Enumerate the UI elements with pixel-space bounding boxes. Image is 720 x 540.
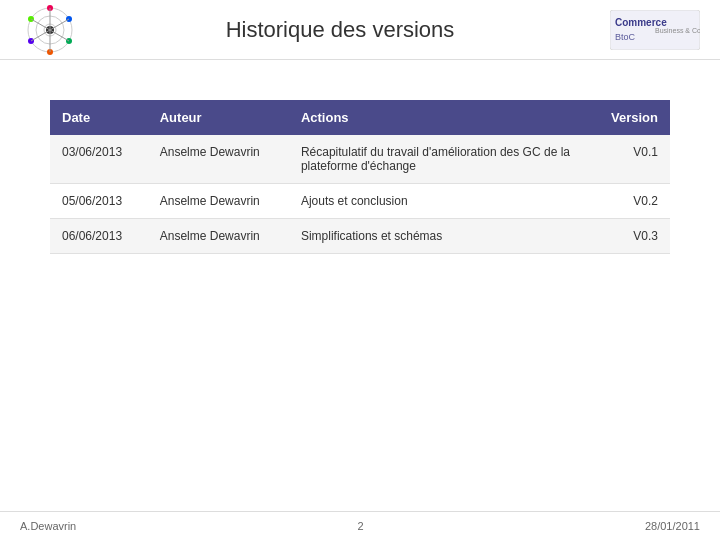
col-header-version: Version (593, 100, 670, 135)
cell-auteur: Anselme Dewavrin (148, 184, 289, 219)
page-title: Historique des versions (80, 17, 600, 43)
col-header-actions: Actions (289, 100, 593, 135)
cell-actions: Simplifications et schémas (289, 219, 593, 254)
page-footer: A.Dewavrin 2 28/01/2011 (0, 511, 720, 540)
cell-version: V0.1 (593, 135, 670, 184)
table-body: 03/06/2013 Anselme Dewavrin Récapitulati… (50, 135, 670, 254)
version-table: Date Auteur Actions Version 03/06/2013 A… (50, 100, 670, 254)
table-header: Date Auteur Actions Version (50, 100, 670, 135)
footer-page: 2 (76, 520, 645, 532)
table-row: 05/06/2013 Anselme Dewavrin Ajouts et co… (50, 184, 670, 219)
cell-version: V0.2 (593, 184, 670, 219)
table-row: 03/06/2013 Anselme Dewavrin Récapitulati… (50, 135, 670, 184)
cell-actions: Récapitulatif du travail d'amélioration … (289, 135, 593, 184)
logo-left (20, 5, 80, 55)
page-header: Historique des versions Commerce BtoC Bu… (0, 0, 720, 60)
col-header-auteur: Auteur (148, 100, 289, 135)
table-row: 06/06/2013 Anselme Dewavrin Simplificati… (50, 219, 670, 254)
cell-auteur: Anselme Dewavrin (148, 219, 289, 254)
cell-auteur: Anselme Dewavrin (148, 135, 289, 184)
cell-date: 05/06/2013 (50, 184, 148, 219)
cell-actions: Ajouts et conclusion (289, 184, 593, 219)
footer-author: A.Dewavrin (20, 520, 76, 532)
footer-date: 28/01/2011 (645, 520, 700, 532)
svg-text:BtoC: BtoC (615, 32, 636, 42)
logo-right: Commerce BtoC Business & Co (600, 5, 700, 55)
cell-version: V0.3 (593, 219, 670, 254)
cell-date: 06/06/2013 (50, 219, 148, 254)
svg-text:Business & Co: Business & Co (655, 27, 700, 34)
cell-date: 03/06/2013 (50, 135, 148, 184)
col-header-date: Date (50, 100, 148, 135)
main-content: Date Auteur Actions Version 03/06/2013 A… (0, 60, 720, 284)
